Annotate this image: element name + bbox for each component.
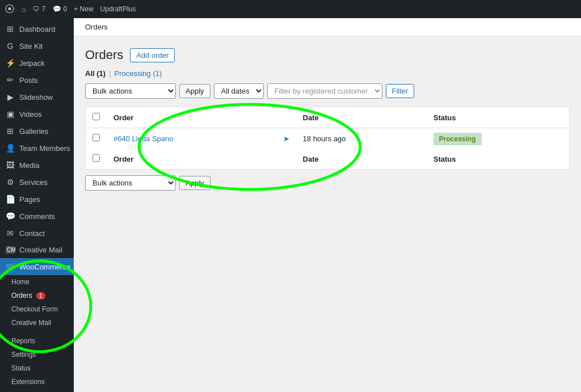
apply-button-top[interactable]: Apply bbox=[179, 84, 210, 98]
sidebar-item-team[interactable]: 👤 Team Members bbox=[0, 140, 74, 157]
jetpack-icon: ⚡ bbox=[6, 58, 15, 68]
comments-icon: 💬 bbox=[6, 212, 15, 221]
table-header-checkbox bbox=[86, 107, 107, 128]
filter-row-bottom: Bulk actions Apply bbox=[85, 175, 570, 191]
sidebar-item-slideshow[interactable]: ▶ Slideshow bbox=[0, 88, 74, 106]
apply-button-bottom[interactable]: Apply bbox=[179, 176, 210, 190]
table-header-order[interactable]: Order bbox=[107, 107, 276, 128]
customer-filter-select[interactable]: Filter by registered customer bbox=[267, 83, 382, 99]
sidebar-woo-home[interactable]: Home bbox=[0, 275, 74, 289]
table-row: #640 Linda Spano ➤ 18 hours ago Processi… bbox=[86, 128, 570, 149]
sidebar-item-media[interactable]: 🖼 Media bbox=[0, 157, 74, 174]
order-link[interactable]: #640 Linda Spano bbox=[113, 134, 174, 143]
table-footer-icon bbox=[276, 149, 296, 170]
page-title: Orders bbox=[85, 48, 123, 62]
order-cell: #640 Linda Spano bbox=[107, 128, 276, 149]
media-icon: 🖼 bbox=[6, 161, 15, 170]
sidebar-item-jetpack[interactable]: ⚡ Jetpack bbox=[0, 54, 74, 71]
select-all-footer-checkbox[interactable] bbox=[92, 154, 100, 162]
sidebar-item-label: Creative Mail bbox=[19, 246, 62, 254]
sidebar-item-comments[interactable]: 💬 Comments bbox=[0, 208, 74, 225]
sidebar-item-videos[interactable]: ▣ Videos bbox=[0, 106, 74, 123]
sidebar-item-label: Slideshow bbox=[19, 93, 53, 102]
comments-bar-item[interactable]: 🗨 7 bbox=[33, 5, 46, 13]
breadcrumb: Orders bbox=[85, 23, 108, 31]
filter-tabs: All (1) | Processing (1) bbox=[85, 69, 570, 78]
sidebar-woo-extensions[interactable]: Extensions bbox=[0, 375, 74, 389]
slideshow-icon: ▶ bbox=[6, 92, 15, 102]
orders-table: Order Date Status bbox=[85, 107, 570, 170]
orders-badge: 1 bbox=[36, 292, 45, 300]
order-date-cell: 18 hours ago bbox=[296, 128, 427, 149]
sidebar-woo-reports[interactable]: Reports bbox=[0, 334, 74, 348]
woocommerce-icon: 🛒 bbox=[6, 262, 15, 271]
sidebar-woo-settings[interactable]: Settings bbox=[0, 348, 74, 361]
sidebar-woo-checkout[interactable]: Checkout Form bbox=[0, 302, 74, 316]
order-status-cell: Processing bbox=[427, 128, 570, 149]
new-content-bar-item[interactable]: + New bbox=[74, 5, 93, 13]
row-checkbox[interactable] bbox=[92, 134, 100, 141]
status-badge: Processing bbox=[433, 133, 482, 145]
add-order-button[interactable]: Add order bbox=[130, 48, 175, 62]
sidebar-item-services[interactable]: ⚙ Services bbox=[0, 174, 74, 191]
sidebar-item-label: Team Members bbox=[19, 144, 70, 153]
select-all-checkbox[interactable] bbox=[92, 113, 100, 120]
sidebar-item-woocommerce[interactable]: 🛒 WooCommerce bbox=[0, 258, 74, 275]
sidebar-woo-creativemail[interactable]: Creative Mail bbox=[0, 316, 74, 330]
table-header-icon bbox=[276, 107, 296, 128]
sidebar-item-galleries[interactable]: ⊞ Galleries bbox=[0, 123, 74, 140]
sidebar-item-contact[interactable]: ✉ Contact bbox=[0, 225, 74, 242]
table-header-status: Status bbox=[427, 107, 570, 128]
sidebar-item-label: Media bbox=[19, 161, 39, 170]
bulk-actions-select[interactable]: Bulk actions bbox=[85, 83, 176, 99]
order-detail-icon[interactable]: ➤ bbox=[283, 134, 289, 143]
dates-select[interactable]: All dates bbox=[214, 83, 264, 99]
sidebar-item-label: Services bbox=[19, 178, 48, 187]
sidebar-item-sitekit[interactable]: G Site Kit bbox=[0, 37, 74, 54]
table-footer-date[interactable]: Date bbox=[296, 149, 427, 170]
contact-icon: ✉ bbox=[6, 229, 15, 238]
sidebar: ⊞ Dashboard G Site Kit ⚡ Jetpack ✏ Posts… bbox=[0, 18, 74, 392]
filter-button[interactable]: Filter bbox=[386, 84, 415, 98]
sidebar-item-pages[interactable]: 📄 Pages bbox=[0, 191, 74, 208]
sidebar-item-label: Dashboard bbox=[19, 25, 56, 33]
creativemail-icon: CM bbox=[6, 246, 15, 254]
sitekit-icon: G bbox=[6, 41, 15, 50]
filter-row-top: Bulk actions Apply All dates Filter by r… bbox=[85, 83, 570, 99]
updraftplus-bar-item[interactable]: UpdraftPlus bbox=[100, 5, 136, 13]
sidebar-item-label: Galleries bbox=[19, 127, 48, 136]
likes-bar-item[interactable]: 💬 0 bbox=[53, 5, 68, 13]
sidebar-item-label: Site Kit bbox=[19, 42, 43, 50]
dashboard-icon: ⊞ bbox=[6, 24, 15, 33]
sidebar-item-label: Posts bbox=[19, 76, 38, 85]
order-icon-cell: ➤ bbox=[276, 128, 296, 149]
sidebar-item-label: Jetpack bbox=[19, 59, 45, 68]
table-footer-order[interactable]: Order bbox=[107, 149, 276, 170]
tab-all[interactable]: All (1) bbox=[85, 69, 106, 78]
table-footer-status: Status bbox=[427, 149, 570, 170]
videos-icon: ▣ bbox=[6, 109, 15, 119]
sidebar-woo-orders[interactable]: Orders 1 bbox=[0, 289, 74, 302]
sidebar-item-creativemail[interactable]: CM Creative Mail bbox=[0, 242, 74, 258]
comment-icon: 🗨 bbox=[33, 5, 40, 13]
main-content: Orders Orders Add order All (1) | Proces… bbox=[74, 18, 581, 392]
tab-processing[interactable]: Processing (1) bbox=[115, 69, 162, 78]
sidebar-item-dashboard[interactable]: ⊞ Dashboard bbox=[0, 20, 74, 37]
sidebar-item-posts[interactable]: ✏ Posts bbox=[0, 71, 74, 88]
table-header-date[interactable]: Date bbox=[296, 107, 427, 128]
sidebar-item-label: Contact bbox=[19, 229, 45, 238]
sidebar-item-label: Comments bbox=[19, 212, 55, 221]
team-icon: 👤 bbox=[6, 144, 15, 153]
table-footer-checkbox bbox=[86, 149, 107, 170]
site-icon[interactable]: ⌂ bbox=[22, 5, 26, 14]
page-title-row: Orders Add order bbox=[85, 48, 570, 62]
sidebar-woo-status[interactable]: Status bbox=[0, 361, 74, 375]
sidebar-item-label: Pages bbox=[19, 195, 40, 204]
pages-icon: 📄 bbox=[6, 195, 15, 204]
galleries-icon: ⊞ bbox=[6, 127, 15, 136]
wp-logo-icon[interactable]: ⦿ bbox=[5, 3, 15, 15]
bulk-actions-select-bottom[interactable]: Bulk actions bbox=[85, 175, 176, 191]
row-checkbox-cell bbox=[86, 128, 107, 149]
admin-bar: ⦿ ⌂ 🗨 7 💬 0 + New UpdraftPlus bbox=[0, 0, 581, 18]
posts-icon: ✏ bbox=[6, 75, 15, 85]
